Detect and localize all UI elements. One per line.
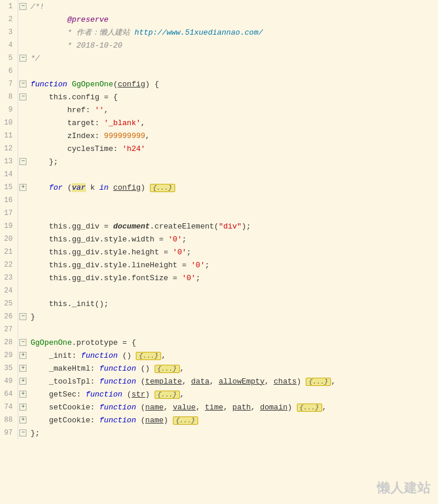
- parameter: domain: [260, 403, 287, 412]
- plain-text: this.gg_div.style.lineHeight =: [49, 261, 191, 270]
- line-number: 88: [0, 414, 18, 426]
- fold-plus-button[interactable]: +: [19, 391, 26, 398]
- function-name: GgOpenOne: [72, 80, 113, 89]
- line-number: 27: [0, 323, 18, 336]
- fold-minus-button[interactable]: −: [19, 313, 26, 320]
- fold-control[interactable]: −: [18, 78, 28, 90]
- fold-minus-button[interactable]: −: [19, 93, 26, 100]
- plain-text: ,: [163, 403, 173, 412]
- fold-control[interactable]: +: [18, 401, 28, 414]
- fold-control[interactable]: −: [18, 90, 28, 103]
- fold-plus-button[interactable]: +: [19, 404, 26, 411]
- plain-text: ) {: [145, 80, 159, 89]
- line-number: 25: [0, 297, 18, 310]
- code-line: 35+ _makeHtml: function () {...},: [0, 362, 438, 375]
- property: getCookie:: [49, 416, 99, 425]
- fold-control[interactable]: −: [18, 336, 28, 349]
- line-number: 1: [0, 0, 18, 13]
- collapsed-block[interactable]: {...}: [155, 391, 180, 399]
- fold-control[interactable]: −: [18, 310, 28, 323]
- code-line: 1−/*!: [0, 0, 438, 13]
- code-content: href: '',: [28, 103, 438, 116]
- fold-control: [18, 103, 28, 116]
- collapsed-block[interactable]: {...}: [155, 365, 180, 373]
- fold-control[interactable]: −: [18, 52, 28, 65]
- plain-text: ,: [145, 132, 150, 140]
- code-line: 97−};: [0, 426, 438, 439]
- fold-control[interactable]: +: [18, 414, 28, 426]
- code-line: 88+ getCookie: function (name) {...}: [0, 414, 438, 426]
- keyword-highlight: var: [72, 183, 85, 192]
- collapsed-block[interactable]: {...}: [173, 416, 198, 425]
- property: _toolsTpl:: [49, 377, 99, 386]
- code-line: 64+ getSec: function (str) {...},: [0, 388, 438, 401]
- line-number: 12: [0, 142, 18, 155]
- fold-control[interactable]: −: [18, 426, 28, 439]
- collapsed-block[interactable]: {...}: [306, 378, 331, 386]
- plain-text: (): [141, 364, 154, 373]
- string: "div": [219, 222, 242, 231]
- property: _makeHtml:: [49, 364, 99, 373]
- fold-plus-button[interactable]: +: [19, 365, 26, 372]
- code-content: GgOpenOne.prototype = {: [28, 336, 438, 349]
- fold-minus-button[interactable]: −: [19, 55, 26, 62]
- code-line: 26−}: [0, 310, 438, 323]
- fold-minus-button[interactable]: −: [19, 3, 26, 10]
- collapsed-block[interactable]: {...}: [297, 404, 322, 412]
- fold-control: [18, 233, 28, 246]
- code-content: setCookie: function (name, value, time, …: [28, 401, 438, 414]
- code-content: _toolsTpl: function (template, data, all…: [28, 375, 438, 388]
- fold-control[interactable]: −: [18, 155, 28, 168]
- fold-control[interactable]: −: [18, 0, 28, 13]
- plain-text: ;: [196, 274, 200, 283]
- plain-text: (: [127, 390, 132, 399]
- code-content: this._init();: [28, 297, 438, 310]
- line-number: 74: [0, 401, 18, 414]
- line-number: 49: [0, 375, 18, 388]
- plain-text: (: [141, 377, 145, 386]
- code-line: 11 zIndex: 999999999,: [0, 129, 438, 142]
- document-keyword: document: [113, 222, 149, 231]
- plain-text: ): [141, 183, 150, 192]
- plain-text: ;: [186, 248, 191, 257]
- line-number: 6: [0, 65, 18, 78]
- code-line: 19 this.gg_div = document.createElement(…: [0, 220, 438, 233]
- plain-text: k: [86, 183, 99, 192]
- plain-text: };: [49, 157, 58, 166]
- line-number: 9: [0, 103, 18, 116]
- fold-control: [18, 39, 28, 52]
- fold-minus-button[interactable]: −: [19, 339, 26, 346]
- fold-control[interactable]: +: [18, 349, 28, 362]
- line-number: 23: [0, 271, 18, 284]
- plain-text: ): [163, 416, 173, 425]
- parameter: config: [118, 80, 145, 89]
- collapsed-block[interactable]: {...}: [136, 352, 161, 360]
- fold-control[interactable]: +: [18, 388, 28, 401]
- code-content: cyclesTime: 'h24': [28, 142, 438, 155]
- code-content: * 2018-10-20: [28, 39, 438, 52]
- fold-control: [18, 13, 28, 26]
- fold-control[interactable]: +: [18, 181, 28, 194]
- fold-plus-button[interactable]: +: [19, 416, 26, 424]
- line-number: 26: [0, 310, 18, 323]
- fold-control: [18, 168, 28, 181]
- plain-text: this._init();: [49, 300, 108, 308]
- code-line: 24: [0, 284, 438, 297]
- fold-plus-button[interactable]: +: [19, 184, 26, 191]
- fold-plus-button[interactable]: +: [19, 378, 26, 385]
- code-line: 5−*/: [0, 52, 438, 65]
- fold-minus-button[interactable]: −: [19, 80, 26, 88]
- line-number: 15: [0, 181, 18, 194]
- fold-control[interactable]: +: [18, 375, 28, 388]
- fold-control[interactable]: +: [18, 362, 28, 375]
- code-content: this.gg_div.style.width = '0';: [28, 233, 438, 246]
- code-content: /*!: [28, 0, 438, 13]
- fold-plus-button[interactable]: +: [19, 352, 26, 359]
- code-content: _makeHtml: function () {...},: [28, 362, 438, 375]
- plain-text: ,: [182, 377, 192, 386]
- fold-minus-button[interactable]: −: [19, 158, 26, 165]
- collapsed-block[interactable]: {...}: [150, 184, 175, 192]
- keyword: function: [99, 416, 141, 425]
- fold-minus-button[interactable]: −: [19, 429, 26, 436]
- fold-control: [18, 284, 28, 297]
